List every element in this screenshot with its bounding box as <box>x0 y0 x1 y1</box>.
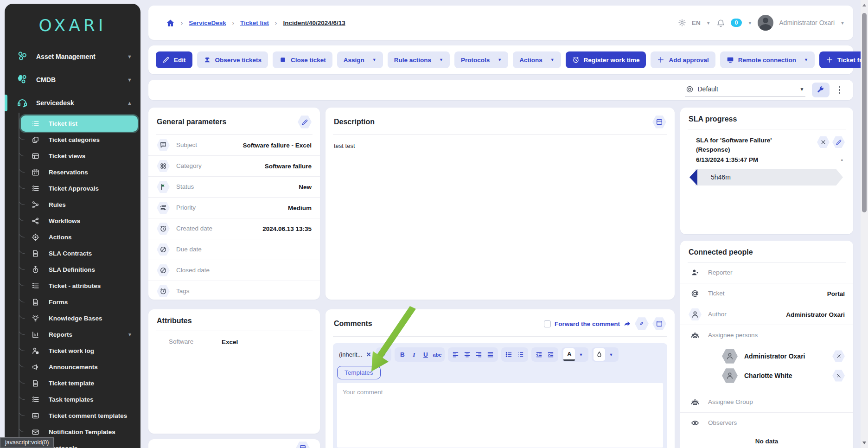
panel-title: Connected people <box>689 248 753 256</box>
font-caret-icon[interactable]: ▼ <box>378 348 389 361</box>
font-family-value: (inherit... <box>339 351 363 358</box>
sidebar-item-ticket-categories[interactable]: Ticket categories <box>5 132 140 148</box>
clear-font-icon[interactable]: ✕ <box>366 351 371 358</box>
comment-input[interactable]: Your comment <box>337 383 663 448</box>
edit-sla-pencil-icon[interactable] <box>832 136 845 148</box>
page-scrollbar[interactable] <box>861 0 868 448</box>
sidebar-item-ticket-template[interactable]: Ticket template <box>5 375 140 391</box>
sidebar-item-workflows[interactable]: Workflows <box>5 213 140 229</box>
sidebar-item-ticket-views[interactable]: Ticket views <box>5 148 140 164</box>
scroll-down-arrow[interactable] <box>862 442 866 444</box>
window-icon[interactable] <box>652 115 666 129</box>
highlight-caret-icon[interactable]: ▼ <box>605 348 617 361</box>
edit-pencil-icon[interactable] <box>298 115 312 129</box>
sidebar-item-reservations[interactable]: Reservations <box>5 164 140 180</box>
language-selector[interactable]: EN <box>692 19 701 26</box>
user-avatar[interactable] <box>758 15 773 31</box>
sidebar-item-ticket-attributes[interactable]: Ticket - attributes <box>5 278 140 294</box>
breadcrumb-ticket-list[interactable]: Ticket list <box>240 19 269 26</box>
comments-panel: Comments Forward the comment (inherit...… <box>326 309 675 448</box>
window-icon[interactable] <box>296 441 310 448</box>
text-color-caret-icon[interactable]: ▼ <box>575 348 587 361</box>
expand-icon[interactable] <box>635 317 649 331</box>
table-icon <box>32 152 39 160</box>
chevron-down-icon[interactable]: ▼ <box>840 20 845 26</box>
indent-button[interactable] <box>545 348 556 361</box>
align-left-button[interactable] <box>450 348 461 361</box>
remove-assignee-icon[interactable] <box>832 350 845 363</box>
outdent-button[interactable] <box>533 348 545 361</box>
sidebar-item-rules[interactable]: Rules <box>5 197 140 213</box>
add-approval-button[interactable]: Add approval <box>651 51 715 68</box>
observe-tickets-button[interactable]: Observe tickets <box>197 51 268 68</box>
sidebar-item-forms[interactable]: Forms <box>5 294 140 310</box>
sidebar-item-announcements[interactable]: Announcements <box>5 359 140 375</box>
assign-button[interactable]: Assign▼ <box>337 51 383 68</box>
home-icon[interactable] <box>166 19 175 27</box>
sidebar-item-ticket-list[interactable]: Ticket list <box>21 115 138 132</box>
gear-icon[interactable] <box>678 19 686 27</box>
tree-connector <box>19 180 25 189</box>
register-work-time-button[interactable]: Register work time <box>566 51 646 68</box>
protocols-button[interactable]: Protocols▼ <box>454 51 508 68</box>
bold-button[interactable]: B <box>396 348 408 361</box>
align-center-button[interactable] <box>461 348 473 361</box>
parameter-row-closed-date: Closed date <box>148 260 320 281</box>
sidebar-item-ticket-comment-templates[interactable]: Ticket comment templates <box>5 408 140 424</box>
parameter-row-priority: Priority Medium <box>148 198 320 218</box>
sidebar-section-asset-management[interactable]: Asset Management ▼ <box>5 45 140 68</box>
breadcrumb-servicedesk[interactable]: ServiceDesk <box>189 19 226 26</box>
underline-button[interactable]: U <box>420 348 431 361</box>
sidebar-section-servicedesk[interactable]: Servicedesk ▲ <box>5 91 140 115</box>
sidebar-item-actions[interactable]: Actions <box>5 229 140 245</box>
sidebar-section-cmdb[interactable]: CMDB ▼ <box>5 68 140 91</box>
chevron-down-icon[interactable]: ▼ <box>706 20 711 26</box>
remove-sla-icon[interactable] <box>817 136 830 148</box>
sidebar-item-task-templates[interactable]: Task templates <box>5 391 140 408</box>
templates-button[interactable]: Templates <box>337 366 381 379</box>
numbered-list-button[interactable] <box>515 348 526 361</box>
edit-button[interactable]: Edit <box>156 51 192 68</box>
remove-assignee-icon[interactable] <box>832 370 845 382</box>
tree-connector <box>19 342 25 351</box>
align-right-button[interactable] <box>473 348 485 361</box>
forward-comment-label[interactable]: Forward the comment <box>555 320 620 327</box>
font-family-select[interactable]: (inherit... ✕ <box>337 351 373 358</box>
italic-button[interactable]: I <box>408 348 420 361</box>
rule-actions-button[interactable]: Rule actions▼ <box>388 51 450 68</box>
chevron-down-icon[interactable]: ▼ <box>747 20 752 26</box>
sidebar-item-knowledge-bases[interactable]: Knowledge Bases <box>5 310 140 326</box>
bell-icon[interactable] <box>716 19 725 27</box>
sidebar-item-ticket-work-log[interactable]: Ticket work log <box>5 343 140 359</box>
view-select[interactable]: Default ▼ <box>685 83 805 97</box>
user-name[interactable]: Administrator Oxari <box>779 19 835 26</box>
scrollbar-thumb[interactable] <box>862 13 867 212</box>
panel-title: General parameters <box>157 118 226 126</box>
highlight-color-button[interactable] <box>594 348 605 361</box>
kebab-menu-icon[interactable] <box>836 84 843 96</box>
tree-connector <box>19 229 25 237</box>
sidebar-item-sla-contracts[interactable]: SLA Contracts <box>5 245 140 262</box>
sidebar-item-label: Task templates <box>49 396 94 403</box>
remote-connection-button[interactable]: Remote connection▼ <box>720 51 815 68</box>
bullet-list-button[interactable] <box>503 348 515 361</box>
close-ticket-button[interactable]: Close ticket <box>273 51 332 68</box>
sidebar-item-ticket-approvals[interactable]: Ticket Approvals <box>5 180 140 197</box>
strikethrough-button[interactable]: abc <box>431 348 443 361</box>
window-icon[interactable] <box>652 317 666 331</box>
notification-count-badge[interactable]: 0 <box>731 19 742 27</box>
target-icon <box>32 233 39 241</box>
scroll-up-arrow[interactable] <box>862 4 866 6</box>
text-color-button[interactable]: A <box>563 348 575 361</box>
align-justify-button[interactable] <box>485 348 496 361</box>
general-parameters-rows: Subject Software failure - Excel Categor… <box>148 135 320 301</box>
sidebar-item-reports[interactable]: Reports▼ <box>5 326 140 343</box>
sidebar-item-label: Ticket comment templates <box>49 412 127 419</box>
attribute-value: Excel <box>211 339 312 346</box>
checklist-icon <box>32 282 39 290</box>
actions-button[interactable]: Actions▼ <box>513 51 561 68</box>
customize-wrench-button[interactable] <box>812 83 830 97</box>
clock-off-icon <box>157 264 170 277</box>
forward-comment-checkbox[interactable] <box>544 320 551 327</box>
sidebar-item-sla-definitions[interactable]: SLA Definitions <box>5 262 140 278</box>
